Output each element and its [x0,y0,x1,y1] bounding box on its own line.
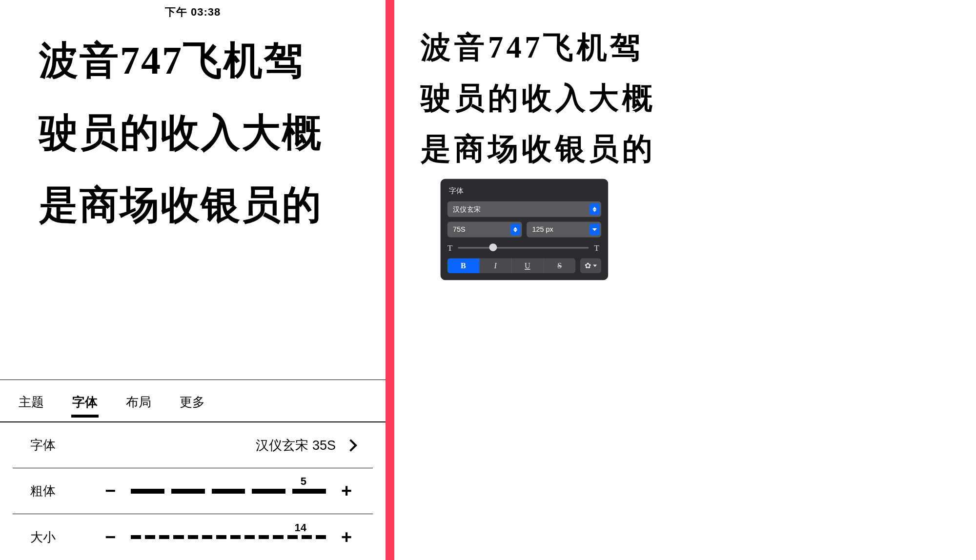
font-panel-title: 字体 [449,186,600,196]
text-style-segmented-control: B I U S [447,259,575,273]
settings-tabs: 主题 字体 布局 更多 [0,380,386,422]
text-line: 是商场收银员的 [39,169,371,241]
bold-button[interactable]: B [447,259,480,273]
text-line: 波音747飞机驾 [421,22,949,73]
reader-settings-panel: 主题 字体 布局 更多 字体 汉仪玄宋 35S 粗体 − 5 [0,380,386,560]
letter-spacing-slider[interactable] [458,244,589,251]
spacing-wide-icon: T [594,243,601,253]
chevron-right-icon [345,439,357,451]
font-family-row[interactable]: 字体 汉仪玄宋 35S [13,422,373,468]
letter-spacing-row: T T [447,243,601,253]
bold-slider[interactable]: 5 [131,489,326,494]
stepper-arrows-icon [510,223,521,235]
reader-text-right: 波音747飞机驾 驶员的收入大概 是商场收银员的 [421,22,949,175]
slider-knob[interactable] [489,243,497,251]
stepper-arrows-icon [590,203,600,215]
font-family-select-value: 汉仪玄宋 [453,204,481,214]
bold-value: 5 [301,475,306,488]
tab-font[interactable]: 字体 [71,392,99,417]
bold-increase-button[interactable]: + [338,480,355,501]
text-line: 波音747飞机驾 [39,24,371,97]
status-time: 下午 03:38 [0,5,386,20]
italic-button[interactable]: I [480,259,512,273]
left-reader-pane: 下午 03:38 波音747飞机驾 驶员的收入大概 是商场收银员的 主题 字体 … [0,0,386,560]
comparison-divider [386,0,394,560]
underline-button[interactable]: U [511,259,544,273]
right-reader-pane: 波音747飞机驾 驶员的收入大概 是商场收银员的 字体 汉仪玄宋 75S [394,0,976,560]
font-family-value: 汉仪玄宋 35S [256,437,336,454]
size-decrease-button[interactable]: − [102,527,119,548]
text-line: 驶员的收入大概 [39,97,371,169]
size-slider[interactable]: 14 [131,535,326,539]
font-size-value: 125 px [532,225,553,234]
text-line: 驶员的收入大概 [421,73,949,123]
font-options-button[interactable]: ✿ [580,259,601,273]
strikethrough-button[interactable]: S [544,259,575,273]
chevron-down-icon [593,264,597,267]
bold-decrease-button[interactable]: − [102,480,119,501]
size-row: 大小 − 14 + [13,514,373,560]
font-weight-select[interactable]: 75S [447,221,522,237]
reader-text-left: 波音747飞机驾 驶员的收入大概 是商场收银员的 [39,24,371,241]
text-line: 是商场收银员的 [421,123,949,174]
font-inspector-panel: 字体 汉仪玄宋 75S 125 px [440,179,608,280]
font-size-select[interactable]: 125 px [527,221,601,237]
size-value: 14 [295,521,306,534]
spacing-tight-icon: T [447,243,453,253]
size-increase-button[interactable]: + [338,527,355,548]
tab-theme[interactable]: 主题 [18,392,45,417]
gear-icon: ✿ [585,261,591,270]
size-label: 大小 [30,529,56,546]
font-family-select[interactable]: 汉仪玄宋 [447,201,601,217]
disclosure-down-icon [590,223,600,235]
bold-label: 粗体 [30,482,56,500]
bold-row: 粗体 − 5 + [13,468,373,514]
tab-layout[interactable]: 布局 [125,392,152,417]
tab-more[interactable]: 更多 [179,392,206,417]
font-weight-value: 75S [453,225,466,234]
font-family-label: 字体 [30,437,56,454]
